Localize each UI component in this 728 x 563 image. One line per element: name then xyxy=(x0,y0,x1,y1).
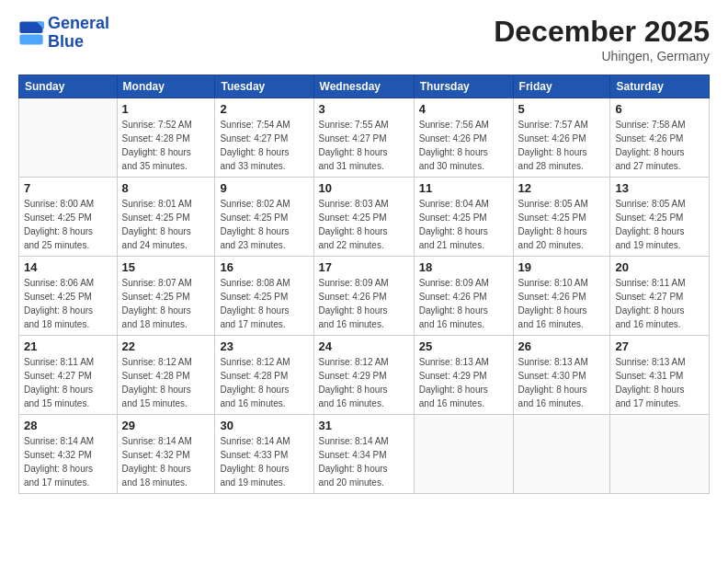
header-cell-wednesday: Wednesday xyxy=(313,75,414,98)
day-info: Sunrise: 8:03 AMSunset: 4:25 PMDaylight:… xyxy=(319,197,409,252)
day-info: Sunrise: 8:11 AMSunset: 4:27 PMDaylight:… xyxy=(24,355,112,410)
day-cell: 18Sunrise: 8:09 AMSunset: 4:26 PMDayligh… xyxy=(414,257,513,336)
month-title: December 2025 xyxy=(494,15,710,49)
day-number: 1 xyxy=(122,102,210,116)
day-info: Sunrise: 8:05 AMSunset: 4:25 PMDaylight:… xyxy=(615,197,704,252)
day-number: 15 xyxy=(122,260,210,274)
day-info: Sunrise: 8:13 AMSunset: 4:31 PMDaylight:… xyxy=(615,355,704,410)
title-block: December 2025 Uhingen, Germany xyxy=(494,15,710,63)
day-info: Sunrise: 8:13 AMSunset: 4:29 PMDaylight:… xyxy=(419,355,508,410)
day-info: Sunrise: 8:12 AMSunset: 4:28 PMDaylight:… xyxy=(220,355,308,410)
day-info: Sunrise: 8:14 AMSunset: 4:34 PMDaylight:… xyxy=(319,434,409,489)
day-info: Sunrise: 8:01 AMSunset: 4:25 PMDaylight:… xyxy=(122,197,210,252)
calendar: SundayMondayTuesdayWednesdayThursdayFrid… xyxy=(18,75,710,494)
day-number: 11 xyxy=(419,181,508,195)
day-number: 31 xyxy=(319,419,409,432)
header-cell-tuesday: Tuesday xyxy=(215,75,313,98)
day-number: 28 xyxy=(24,419,112,432)
day-cell: 16Sunrise: 8:08 AMSunset: 4:25 PMDayligh… xyxy=(215,257,313,336)
day-cell: 15Sunrise: 8:07 AMSunset: 4:25 PMDayligh… xyxy=(117,257,215,336)
day-number: 14 xyxy=(24,260,112,274)
day-cell: 6Sunrise: 7:58 AMSunset: 4:26 PMDaylight… xyxy=(610,98,710,178)
day-info: Sunrise: 8:02 AMSunset: 4:25 PMDaylight:… xyxy=(220,197,308,252)
logo-text: General Blue xyxy=(48,15,109,52)
day-info: Sunrise: 7:55 AMSunset: 4:27 PMDaylight:… xyxy=(319,118,409,173)
header-cell-sunday: Sunday xyxy=(19,75,118,98)
day-cell: 4Sunrise: 7:56 AMSunset: 4:26 PMDaylight… xyxy=(414,98,513,178)
day-info: Sunrise: 8:06 AMSunset: 4:25 PMDaylight:… xyxy=(24,276,112,331)
day-cell: 2Sunrise: 7:54 AMSunset: 4:27 PMDaylight… xyxy=(215,98,313,178)
day-number: 24 xyxy=(319,339,409,353)
day-number: 16 xyxy=(220,260,308,274)
day-cell xyxy=(19,98,118,178)
day-cell xyxy=(610,415,710,494)
day-cell: 13Sunrise: 8:05 AMSunset: 4:25 PMDayligh… xyxy=(610,178,710,257)
day-info: Sunrise: 8:14 AMSunset: 4:32 PMDaylight:… xyxy=(122,434,210,489)
day-info: Sunrise: 8:14 AMSunset: 4:32 PMDaylight:… xyxy=(24,434,112,489)
day-number: 29 xyxy=(122,419,210,432)
logo-line1: General xyxy=(48,15,109,33)
day-number: 30 xyxy=(220,419,308,432)
day-cell: 3Sunrise: 7:55 AMSunset: 4:27 PMDaylight… xyxy=(313,98,414,178)
day-cell: 20Sunrise: 8:11 AMSunset: 4:27 PMDayligh… xyxy=(610,257,710,336)
day-info: Sunrise: 7:56 AMSunset: 4:26 PMDaylight:… xyxy=(419,118,508,173)
day-info: Sunrise: 8:12 AMSunset: 4:28 PMDaylight:… xyxy=(122,355,210,410)
day-info: Sunrise: 7:52 AMSunset: 4:28 PMDaylight:… xyxy=(122,118,210,173)
calendar-header: SundayMondayTuesdayWednesdayThursdayFrid… xyxy=(19,75,710,98)
day-cell: 26Sunrise: 8:13 AMSunset: 4:30 PMDayligh… xyxy=(513,336,610,415)
header-cell-monday: Monday xyxy=(117,75,215,98)
day-cell: 29Sunrise: 8:14 AMSunset: 4:32 PMDayligh… xyxy=(117,415,215,494)
day-number: 27 xyxy=(615,339,704,353)
week-row-3: 14Sunrise: 8:06 AMSunset: 4:25 PMDayligh… xyxy=(19,257,710,336)
day-cell: 14Sunrise: 8:06 AMSunset: 4:25 PMDayligh… xyxy=(19,257,118,336)
day-number: 25 xyxy=(419,339,508,353)
day-number: 10 xyxy=(319,181,409,195)
day-number: 8 xyxy=(122,181,210,195)
day-info: Sunrise: 8:10 AMSunset: 4:26 PMDaylight:… xyxy=(518,276,606,331)
page: General Blue December 2025 Uhingen, Germ… xyxy=(0,0,728,563)
day-cell: 9Sunrise: 8:02 AMSunset: 4:25 PMDaylight… xyxy=(215,178,313,257)
day-number: 20 xyxy=(615,260,704,274)
day-cell: 31Sunrise: 8:14 AMSunset: 4:34 PMDayligh… xyxy=(313,415,414,494)
day-cell: 21Sunrise: 8:11 AMSunset: 4:27 PMDayligh… xyxy=(19,336,118,415)
header: General Blue December 2025 Uhingen, Germ… xyxy=(18,15,710,63)
day-number: 5 xyxy=(518,102,606,116)
day-number: 19 xyxy=(518,260,606,274)
week-row-5: 28Sunrise: 8:14 AMSunset: 4:32 PMDayligh… xyxy=(19,415,710,494)
day-cell: 28Sunrise: 8:14 AMSunset: 4:32 PMDayligh… xyxy=(19,415,118,494)
day-number: 26 xyxy=(518,339,606,353)
calendar-body: 1Sunrise: 7:52 AMSunset: 4:28 PMDaylight… xyxy=(19,98,710,494)
day-cell: 23Sunrise: 8:12 AMSunset: 4:28 PMDayligh… xyxy=(215,336,313,415)
day-number: 12 xyxy=(518,181,606,195)
day-cell: 7Sunrise: 8:00 AMSunset: 4:25 PMDaylight… xyxy=(19,178,118,257)
day-number: 9 xyxy=(220,181,308,195)
day-info: Sunrise: 7:54 AMSunset: 4:27 PMDaylight:… xyxy=(220,118,308,173)
day-info: Sunrise: 8:12 AMSunset: 4:29 PMDaylight:… xyxy=(319,355,409,410)
logo-icon xyxy=(18,20,44,46)
day-cell: 27Sunrise: 8:13 AMSunset: 4:31 PMDayligh… xyxy=(610,336,710,415)
day-number: 7 xyxy=(24,181,112,195)
day-info: Sunrise: 8:13 AMSunset: 4:30 PMDaylight:… xyxy=(518,355,606,410)
day-number: 2 xyxy=(220,102,308,116)
day-cell: 19Sunrise: 8:10 AMSunset: 4:26 PMDayligh… xyxy=(513,257,610,336)
day-info: Sunrise: 8:04 AMSunset: 4:25 PMDaylight:… xyxy=(419,197,508,252)
day-info: Sunrise: 8:14 AMSunset: 4:33 PMDaylight:… xyxy=(220,434,308,489)
day-cell: 22Sunrise: 8:12 AMSunset: 4:28 PMDayligh… xyxy=(117,336,215,415)
day-info: Sunrise: 8:00 AMSunset: 4:25 PMDaylight:… xyxy=(24,197,112,252)
day-info: Sunrise: 7:57 AMSunset: 4:26 PMDaylight:… xyxy=(518,118,606,173)
day-info: Sunrise: 8:07 AMSunset: 4:25 PMDaylight:… xyxy=(122,276,210,331)
location: Uhingen, Germany xyxy=(494,49,710,63)
day-number: 3 xyxy=(319,102,409,116)
day-cell: 8Sunrise: 8:01 AMSunset: 4:25 PMDaylight… xyxy=(117,178,215,257)
day-cell: 5Sunrise: 7:57 AMSunset: 4:26 PMDaylight… xyxy=(513,98,610,178)
day-info: Sunrise: 8:09 AMSunset: 4:26 PMDaylight:… xyxy=(419,276,508,331)
day-info: Sunrise: 7:58 AMSunset: 4:26 PMDaylight:… xyxy=(615,118,704,173)
logo: General Blue xyxy=(18,15,109,52)
day-cell: 1Sunrise: 7:52 AMSunset: 4:28 PMDaylight… xyxy=(117,98,215,178)
week-row-1: 1Sunrise: 7:52 AMSunset: 4:28 PMDaylight… xyxy=(19,98,710,178)
day-cell: 12Sunrise: 8:05 AMSunset: 4:25 PMDayligh… xyxy=(513,178,610,257)
day-info: Sunrise: 8:11 AMSunset: 4:27 PMDaylight:… xyxy=(615,276,704,331)
day-number: 23 xyxy=(220,339,308,353)
day-cell: 25Sunrise: 8:13 AMSunset: 4:29 PMDayligh… xyxy=(414,336,513,415)
day-number: 18 xyxy=(419,260,508,274)
